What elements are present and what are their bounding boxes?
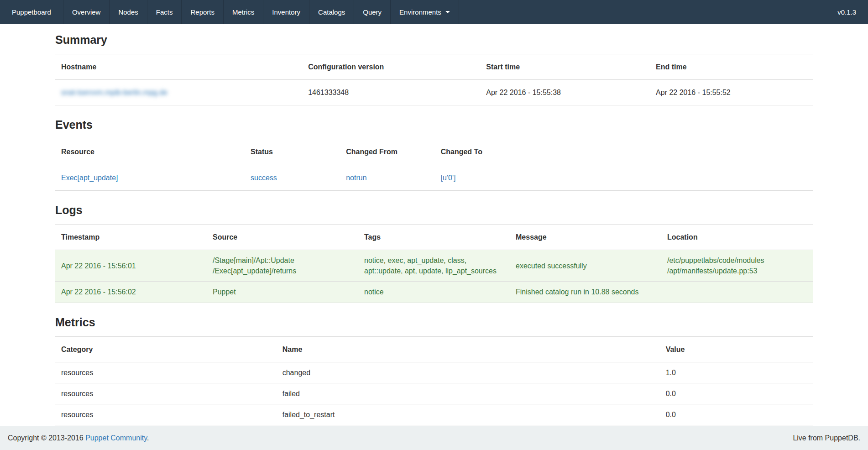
start-time-value: Apr 22 2016 - 15:55:38: [480, 80, 650, 105]
log-row: Apr 22 2016 - 15:56:02 Puppet notice Fin…: [55, 282, 813, 303]
event-status-link[interactable]: success: [251, 174, 277, 182]
summary-row: snat-tservvm.mpib-berlin.mpg.de 14613333…: [55, 80, 813, 105]
footer-copyright-suffix: .: [147, 434, 149, 442]
main-content: Summary Hostname Configuration version S…: [55, 33, 813, 425]
log-tags: notice, exec, apt_update, class, apt::up…: [358, 250, 510, 281]
metric-row: resources changed 1.0: [55, 362, 813, 383]
summary-col-start-time: Start time: [480, 54, 650, 80]
logs-col-timestamp: Timestamp: [55, 224, 207, 250]
nav-item-metrics[interactable]: Metrics: [224, 0, 263, 24]
metric-category: resources: [55, 383, 277, 404]
nav-item-reports[interactable]: Reports: [182, 0, 224, 24]
metric-name: failed: [277, 383, 660, 404]
events-table: Resource Status Changed From Changed To …: [55, 139, 813, 190]
logs-heading: Logs: [55, 204, 813, 217]
footer-copyright: Copyright © 2013-2016 Puppet Community.: [8, 434, 149, 442]
footer-copyright-text: Copyright © 2013-2016: [8, 434, 85, 442]
nav-item-catalogs[interactable]: Catalogs: [309, 0, 354, 24]
footer: Copyright © 2013-2016 Puppet Community. …: [0, 426, 868, 450]
nav-dropdown-environments-label: Environments: [399, 8, 441, 16]
metrics-col-value: Value: [660, 336, 813, 362]
log-message: executed successfully: [510, 250, 661, 281]
summary-col-configuration-version: Configuration version: [302, 54, 480, 80]
metric-value: 0.0: [660, 404, 813, 425]
log-timestamp: Apr 22 2016 - 15:56:01: [55, 250, 207, 281]
version-label: v0.1.3: [826, 0, 868, 24]
log-tags: notice: [358, 282, 510, 303]
summary-col-end-time: End time: [650, 54, 813, 80]
metric-row: resources failed 0.0: [55, 383, 813, 404]
metrics-heading: Metrics: [55, 316, 813, 329]
events-col-changed-to: Changed To: [435, 139, 813, 165]
logs-col-message: Message: [510, 224, 661, 250]
nav-item-overview[interactable]: Overview: [63, 0, 110, 24]
metrics-col-category: Category: [55, 336, 277, 362]
event-resource-link[interactable]: Exec[apt_update]: [61, 174, 118, 182]
logs-header-row: Timestamp Source Tags Message Location: [55, 224, 813, 250]
puppet-community-link[interactable]: Puppet Community: [85, 434, 147, 442]
metric-value: 0.0: [660, 383, 813, 404]
metric-name: changed: [277, 362, 660, 383]
chevron-down-icon: [445, 11, 450, 13]
log-source: Puppet: [207, 282, 358, 303]
nav-item-facts[interactable]: Facts: [147, 0, 182, 24]
hostname-link[interactable]: snat-tservvm.mpib-berlin.mpg.de: [61, 89, 167, 96]
log-timestamp: Apr 22 2016 - 15:56:02: [55, 282, 207, 303]
metrics-table: Category Name Value resources changed 1.…: [55, 336, 813, 426]
events-col-resource: Resource: [55, 139, 245, 165]
summary-col-hostname: Hostname: [55, 54, 302, 80]
summary-header-row: Hostname Configuration version Start tim…: [55, 54, 813, 80]
logs-col-source: Source: [207, 224, 358, 250]
metrics-header-row: Category Name Value: [55, 336, 813, 362]
metric-category: resources: [55, 404, 277, 425]
navbar-brand[interactable]: Puppetboard: [0, 0, 63, 24]
metric-value: 1.0: [660, 362, 813, 383]
log-location: /etc/puppetlabs/code/modules /apt/manife…: [661, 250, 813, 281]
metric-category: resources: [55, 362, 277, 383]
log-source: /Stage[main]/Apt::Update /Exec[apt_updat…: [207, 250, 358, 281]
events-header-row: Resource Status Changed From Changed To: [55, 139, 813, 165]
nav-item-inventory[interactable]: Inventory: [263, 0, 309, 24]
metrics-col-name: Name: [277, 336, 660, 362]
event-changed-to-link[interactable]: [u'0']: [441, 174, 456, 182]
log-message: Finished catalog run in 10.88 seconds: [510, 282, 661, 303]
logs-col-location: Location: [661, 224, 813, 250]
events-heading: Events: [55, 118, 813, 131]
log-location: [661, 282, 813, 303]
logs-table: Timestamp Source Tags Message Location A…: [55, 224, 813, 303]
log-row: Apr 22 2016 - 15:56:01 /Stage[main]/Apt:…: [55, 250, 813, 281]
event-row: Exec[apt_update] success notrun [u'0']: [55, 165, 813, 190]
nav-dropdown-environments[interactable]: Environments: [391, 0, 459, 24]
footer-puppetdb-status: Live from PuppetDB.: [793, 434, 860, 442]
end-time-value: Apr 22 2016 - 15:55:52: [650, 80, 813, 105]
nav-item-nodes[interactable]: Nodes: [110, 0, 147, 24]
summary-table: Hostname Configuration version Start tim…: [55, 54, 813, 105]
summary-heading: Summary: [55, 33, 813, 47]
metric-row: resources failed_to_restart 0.0: [55, 404, 813, 425]
navbar: Puppetboard Overview Nodes Facts Reports…: [0, 0, 868, 24]
events-col-changed-from: Changed From: [340, 139, 435, 165]
logs-col-tags: Tags: [358, 224, 510, 250]
event-changed-from-link[interactable]: notrun: [346, 174, 366, 182]
metric-name: failed_to_restart: [277, 404, 660, 425]
nav-item-query[interactable]: Query: [354, 0, 391, 24]
configuration-version-value: 1461333348: [302, 80, 480, 105]
events-col-status: Status: [245, 139, 340, 165]
